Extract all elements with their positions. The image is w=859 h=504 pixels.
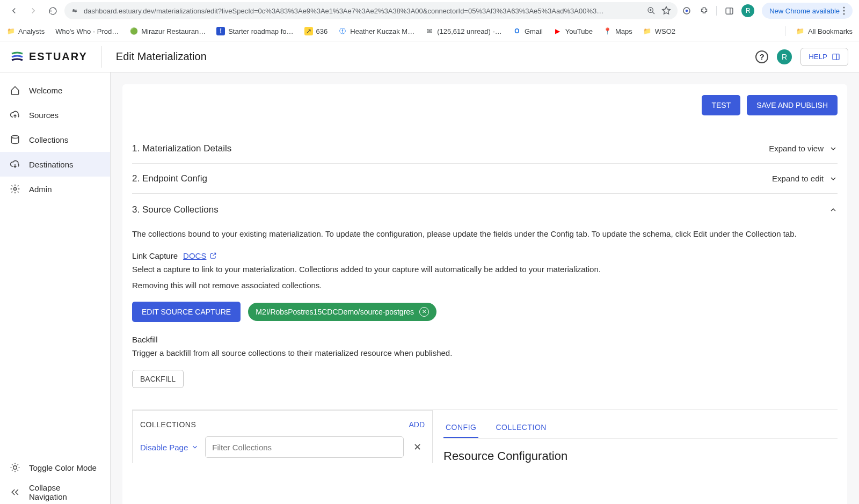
collapse-toggle[interactable] (829, 206, 838, 214)
forward-button[interactable] (26, 3, 41, 18)
star-icon[interactable] (661, 6, 671, 16)
action-buttons: TEST SAVE AND PUBLISH (132, 95, 838, 115)
tabs: CONFIG COLLECTION (443, 418, 838, 439)
chevron-up-icon (829, 206, 838, 214)
remove-chip-icon[interactable]: ✕ (419, 307, 429, 317)
section-source-collections[interactable]: 3. Source Collections (132, 194, 838, 226)
expand-toggle[interactable]: Expand to edit (772, 174, 838, 183)
url-text: dashboard.estuary.dev/materializations/e… (84, 7, 641, 15)
browser-chrome: dashboard.estuary.dev/materializations/e… (0, 0, 859, 41)
chevron-down-icon (191, 443, 199, 451)
folder-icon: 📁 (6, 27, 15, 35)
zoom-icon[interactable] (646, 6, 656, 16)
backfill-button[interactable]: BACKFILL (132, 370, 184, 388)
bookmark-item[interactable]: ✉(125,612 unread) -… (425, 27, 502, 35)
lens-icon[interactable] (682, 6, 691, 16)
profile-avatar[interactable]: R (741, 4, 754, 17)
bookmark-item[interactable]: OGmail (513, 27, 543, 35)
bookmarks-bar: 📁Analysts Who's Who - Prod… 🟢Mirazur Res… (0, 21, 859, 41)
bookmark-item[interactable]: ▶YouTube (554, 27, 593, 35)
sidebar-item-destinations[interactable]: Destinations (0, 152, 110, 177)
section-title: 3. Source Collections (132, 204, 219, 215)
capture-chip: M2I/RobsPostres15CDCDemo/source-postgres… (248, 303, 436, 321)
collections-panel: COLLECTIONS ADD Disable Page ✕ (132, 410, 433, 463)
main-content: TEST SAVE AND PUBLISH 1. Materialization… (111, 72, 859, 504)
gear-icon (10, 184, 20, 194)
svg-point-7 (843, 10, 845, 12)
browser-toolbar: dashboard.estuary.dev/materializations/e… (0, 0, 859, 21)
filter-collections-input[interactable] (205, 436, 404, 458)
sidebar: Welcome Sources Collections Destinations… (0, 72, 111, 504)
sidebar-item-collections[interactable]: Collections (0, 127, 110, 152)
bookmark-item[interactable]: !Starter roadmap fo… (216, 27, 293, 35)
bookmark-item[interactable]: 📁Analysts (6, 27, 45, 35)
back-button[interactable] (6, 3, 21, 18)
app-header: ESTUARY Edit Materialization ? R HELP (0, 41, 859, 72)
divider (785, 26, 785, 36)
site-settings-icon[interactable] (71, 7, 78, 14)
user-avatar[interactable]: R (777, 49, 792, 64)
svg-point-12 (13, 466, 17, 470)
save-publish-button[interactable]: SAVE AND PUBLISH (747, 95, 838, 115)
divider (716, 6, 717, 16)
reload-button[interactable] (45, 3, 60, 18)
bookmark-item[interactable]: 🟢Mirazur Restauran… (129, 27, 206, 35)
docs-link[interactable]: DOCS (183, 251, 217, 260)
chrome-actions: R New Chrome available (682, 3, 853, 19)
sun-icon (10, 462, 20, 473)
section-endpoint-config[interactable]: 2. Endpoint Config Expand to edit (132, 164, 838, 194)
svg-point-10 (11, 136, 18, 138)
bookmark-item[interactable]: ↗636 (304, 27, 328, 35)
section-materialization-details[interactable]: 1. Materialization Details Expand to vie… (132, 134, 838, 164)
link-capture-heading: Link Capture DOCS (132, 251, 838, 260)
disable-page-dropdown[interactable]: Disable Page (140, 443, 199, 452)
svg-rect-5 (726, 8, 733, 13)
panel-icon[interactable] (724, 6, 734, 16)
collapse-icon (10, 487, 20, 498)
collections-title: COLLECTIONS (140, 420, 196, 429)
folder-icon: 📁 (796, 27, 805, 35)
svg-point-6 (843, 7, 845, 9)
bookmark-item[interactable]: 📁WSO2 (643, 27, 675, 35)
all-bookmarks-button[interactable]: 📁All Bookmarks (796, 27, 853, 35)
upload-cloud-icon (10, 109, 20, 120)
sidebar-item-sources[interactable]: Sources (0, 103, 110, 127)
svg-rect-9 (833, 54, 839, 60)
help-button[interactable]: HELP (800, 48, 848, 66)
sidebar-item-welcome[interactable]: Welcome (0, 78, 110, 103)
test-button[interactable]: TEST (702, 95, 740, 115)
bookmark-item[interactable]: Who's Who - Prod… (55, 27, 119, 35)
section-title: 2. Endpoint Config (132, 173, 207, 184)
site-icon: ↗ (304, 27, 313, 35)
extensions-icon[interactable] (699, 6, 709, 16)
site-icon: ! (216, 27, 225, 35)
tab-config[interactable]: CONFIG (443, 418, 478, 438)
expand-toggle[interactable]: Expand to view (769, 144, 838, 153)
tab-collection[interactable]: COLLECTION (493, 418, 548, 438)
logo[interactable]: ESTUARY (11, 50, 88, 63)
site-icon: 🟢 (129, 27, 138, 35)
add-collection-button[interactable]: ADD (409, 420, 425, 429)
section-body: The collections bound to your existing m… (132, 226, 838, 476)
folder-icon: 📁 (643, 27, 652, 35)
clear-filter-icon[interactable]: ✕ (410, 441, 425, 453)
section-title: 1. Materialization Details (132, 143, 231, 154)
collapse-navigation[interactable]: Collapse Navigation (0, 480, 110, 504)
chrome-update-button[interactable]: New Chrome available (762, 3, 853, 19)
logo-icon (11, 50, 24, 63)
sidebar-item-admin[interactable]: Admin (0, 177, 110, 201)
bookmark-item[interactable]: ⓕHeather Kuczak M… (338, 27, 414, 35)
edit-source-capture-button[interactable]: EDIT SOURCE CAPTURE (132, 302, 241, 322)
database-icon (10, 134, 20, 145)
backfill-heading: Backfill (132, 335, 838, 344)
toggle-color-mode[interactable]: Toggle Color Mode (0, 455, 110, 480)
divider (101, 46, 102, 68)
section-description: The collections bound to your existing m… (132, 228, 838, 240)
resource-configuration-title: Resource Configuration (443, 449, 838, 463)
address-bar[interactable]: dashboard.estuary.dev/materializations/e… (64, 2, 678, 19)
home-icon (10, 85, 20, 96)
help-icon[interactable]: ? (755, 50, 768, 63)
bookmark-item[interactable]: 📍Maps (603, 27, 632, 35)
svg-point-1 (75, 11, 76, 12)
page-title: Edit Materialization (116, 50, 741, 63)
